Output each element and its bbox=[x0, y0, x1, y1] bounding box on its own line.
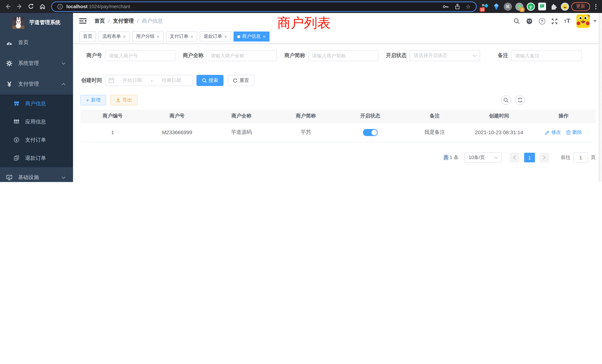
edit-link[interactable]: 修改 bbox=[545, 129, 561, 136]
sidebar-toggle-icon[interactable] bbox=[79, 18, 87, 24]
password-key-icon[interactable] bbox=[442, 3, 449, 10]
sidebar-item-label: 系统管理 bbox=[18, 60, 39, 67]
sidebar-item-system[interactable]: 系统管理 bbox=[0, 53, 73, 74]
page-number-1[interactable]: 1 bbox=[524, 153, 535, 162]
bookmark-star-icon[interactable]: ☆ bbox=[466, 4, 471, 9]
next-page-icon[interactable] bbox=[539, 153, 549, 162]
main-area: 首页 / 支付管理 / 商户信息 商户列表 ? TT bbox=[73, 13, 602, 182]
table-header: 商户编号 商户号 商户全称 商户简称 开启状态 备注 创建时间 操作 bbox=[80, 110, 596, 123]
home-icon[interactable] bbox=[37, 2, 47, 11]
share-icon[interactable] bbox=[454, 3, 460, 10]
col-full-name: 商户全称 bbox=[209, 110, 274, 122]
create-time-range-input[interactable]: 开始日期 - 结束日期 bbox=[105, 75, 193, 86]
scroll-edge bbox=[599, 13, 602, 182]
grid-icon bbox=[14, 119, 19, 125]
refresh-table-icon[interactable] bbox=[515, 95, 525, 105]
help-icon[interactable]: ? bbox=[539, 18, 545, 24]
close-icon[interactable]: × bbox=[262, 34, 266, 39]
breadcrumb-payment[interactable]: 支付管理 bbox=[113, 18, 134, 24]
app-logo-row[interactable]: 芋道管理系统 bbox=[0, 13, 73, 32]
sidebar-item-label: 支付管理 bbox=[18, 81, 39, 87]
col-merchant-id: 商户编号 bbox=[80, 110, 145, 122]
plus-icon: + bbox=[86, 97, 89, 103]
sidebar-item-merchant-info[interactable]: 商户信息 bbox=[0, 95, 73, 113]
close-icon[interactable]: × bbox=[123, 34, 126, 39]
table-toolbar: +新增 导出 bbox=[73, 95, 602, 105]
prev-page-icon[interactable] bbox=[510, 153, 519, 162]
sidebar-item-refund-orders[interactable]: 退款订单 bbox=[0, 149, 73, 167]
profile-emoji-icon[interactable] bbox=[561, 2, 569, 11]
extension-command-icon[interactable]: ⌘ bbox=[503, 2, 512, 11]
tab-user-group[interactable]: 用户分组× bbox=[132, 32, 163, 42]
search-icon[interactable] bbox=[513, 18, 520, 24]
extension-chat-icon[interactable] bbox=[538, 2, 546, 11]
close-icon[interactable]: × bbox=[224, 34, 227, 39]
breadcrumb-home[interactable]: 首页 bbox=[95, 18, 105, 24]
site-info-icon[interactable] bbox=[57, 3, 63, 10]
user-avatar[interactable] bbox=[576, 14, 590, 28]
sidebar-item-home[interactable]: 首页 bbox=[0, 32, 73, 53]
back-icon[interactable] bbox=[3, 2, 13, 11]
col-merchant-no: 商户号 bbox=[145, 110, 209, 122]
tab-home[interactable]: 首页 bbox=[79, 32, 96, 42]
font-size-icon[interactable]: TT bbox=[564, 18, 570, 24]
avatar-caret-icon[interactable] bbox=[593, 20, 597, 22]
cell-short-name: 芋艿 bbox=[274, 123, 338, 142]
short-name-label: 商户简称 bbox=[280, 52, 305, 59]
tab-refund-orders[interactable]: 退款订单× bbox=[200, 32, 231, 42]
full-name-label: 商户全称 bbox=[178, 52, 204, 59]
reset-button[interactable]: 重置 bbox=[228, 75, 254, 86]
close-icon[interactable]: × bbox=[156, 34, 160, 39]
export-button[interactable]: 导出 bbox=[110, 95, 138, 105]
merchant-no-label: 商户号 bbox=[77, 52, 102, 59]
sidebar-item-app-info[interactable]: 应用信息 bbox=[0, 113, 73, 131]
github-icon[interactable] bbox=[526, 18, 533, 24]
breadcrumb-separator: / bbox=[108, 18, 110, 24]
add-button[interactable]: +新增 bbox=[80, 95, 106, 105]
remark-input[interactable] bbox=[511, 50, 582, 61]
tab-process-form[interactable]: 流程表单× bbox=[99, 32, 130, 42]
sidebar-item-infrastructure[interactable]: 基础设施 bbox=[0, 167, 73, 182]
cell-actions: 修改 删除 bbox=[531, 123, 596, 142]
extension-grid-icon[interactable]: 10 bbox=[480, 2, 489, 11]
short-name-input[interactable] bbox=[308, 50, 378, 61]
sidebar-item-payment[interactable]: ¥ 支付管理 bbox=[0, 74, 73, 95]
extensions-puzzle-icon[interactable] bbox=[549, 2, 558, 11]
browser-update-button[interactable]: 更新 bbox=[571, 2, 590, 11]
address-bar[interactable]: localhost:1024/pay/merchant ☆ bbox=[51, 1, 477, 12]
merchant-table: 商户编号 商户号 商户全称 商户简称 开启状态 备注 创建时间 操作 1 M23… bbox=[80, 110, 596, 142]
gear-icon bbox=[6, 60, 12, 66]
status-toggle[interactable] bbox=[363, 129, 378, 136]
fullscreen-icon[interactable] bbox=[551, 18, 558, 24]
toggle-search-icon[interactable] bbox=[501, 95, 511, 105]
goto-label: 前往 bbox=[561, 154, 570, 161]
extension-gem-icon[interactable] bbox=[492, 2, 500, 11]
cell-full-name: 芋道源码 bbox=[209, 123, 274, 142]
search-button[interactable]: 搜索 bbox=[196, 75, 224, 86]
tab-merchant-info[interactable]: 商户信息× bbox=[234, 32, 269, 42]
top-navbar: 首页 / 支付管理 / 商户信息 商户列表 ? TT bbox=[73, 13, 602, 29]
merchant-no-input[interactable] bbox=[105, 50, 175, 61]
browser-menu-icon[interactable] bbox=[592, 2, 599, 11]
reload-icon[interactable] bbox=[26, 2, 36, 11]
forward-icon[interactable] bbox=[14, 2, 24, 11]
remark-label: 备注 bbox=[483, 52, 508, 59]
status-select[interactable]: 请选择开启状态 bbox=[410, 50, 480, 61]
extension-badge: 1 bbox=[520, 7, 525, 12]
sidebar: 芋道管理系统 首页 系统管理 ¥ 支付管理 bbox=[0, 13, 73, 182]
create-time-label: 创建时间 bbox=[77, 77, 102, 84]
tab-pay-orders[interactable]: 支付订单× bbox=[166, 32, 197, 42]
page-size-select[interactable]: 10条/页 bbox=[464, 152, 502, 163]
full-name-input[interactable] bbox=[206, 50, 277, 61]
delete-link[interactable]: 删除 bbox=[566, 129, 582, 136]
goto-page-input[interactable] bbox=[573, 152, 588, 163]
sidebar-item-label: 商户信息 bbox=[25, 100, 46, 107]
extension-session-icon[interactable]: 1 bbox=[515, 2, 523, 11]
col-create-time: 创建时间 bbox=[467, 110, 531, 122]
close-icon[interactable]: × bbox=[190, 34, 194, 39]
calendar-icon bbox=[109, 77, 114, 83]
extension-badge: 10 bbox=[480, 7, 485, 12]
extension-yudao-icon[interactable]: y bbox=[526, 2, 535, 11]
sidebar-item-pay-orders[interactable]: 支付订单 bbox=[0, 131, 73, 149]
pagination: 共 1 条 10条/页 1 前往 页 bbox=[73, 152, 602, 163]
